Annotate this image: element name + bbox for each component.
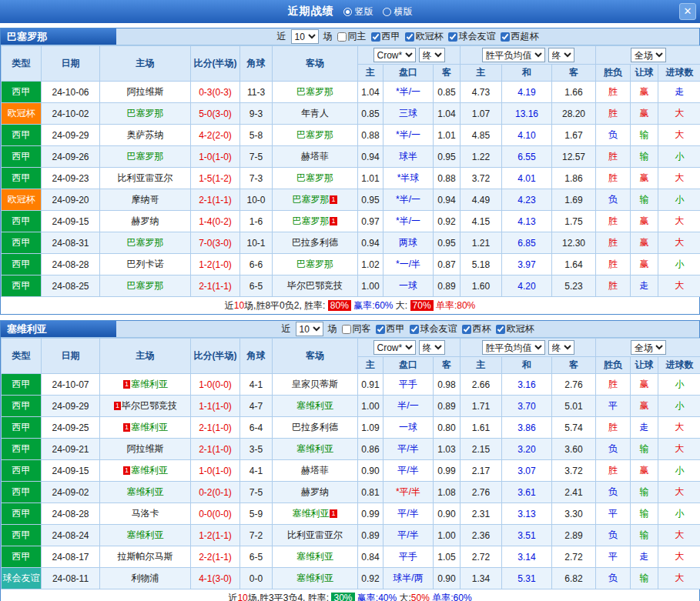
league-badge[interactable]: 西甲 <box>2 396 42 417</box>
league-filter[interactable]: 球会友谊 <box>410 322 457 336</box>
team-name-link[interactable]: 马洛卡 <box>132 508 159 519</box>
league-filter[interactable]: 球会友谊 <box>448 30 496 43</box>
layout-radio-horizontal[interactable]: 横版 <box>383 5 413 18</box>
company-state-select[interactable]: 终 <box>419 340 445 355</box>
league-filter[interactable]: 欧冠杯 <box>405 30 444 43</box>
league-filter[interactable]: 西杯 <box>462 322 491 336</box>
score-link[interactable]: 1-4(0-2) <box>191 211 240 232</box>
team-name-link[interactable]: 塞维利亚 <box>296 573 333 583</box>
score-link[interactable]: 1-2(1-0) <box>191 254 240 275</box>
league-badge[interactable]: 西甲 <box>2 525 42 546</box>
team-name-link[interactable]: 塞维利亚 <box>131 379 168 389</box>
team-name-link[interactable]: 巴塞罗那 <box>296 86 333 97</box>
league-filter-checkbox[interactable] <box>462 325 471 334</box>
team-name-link[interactable]: 巴塞罗那 <box>296 172 333 183</box>
scope-select[interactable]: 全场 <box>631 48 666 62</box>
score-link[interactable]: 1-0(0-0) <box>191 374 240 396</box>
score-link[interactable]: 2-1(1-1) <box>191 275 240 297</box>
league-filter-checkbox[interactable] <box>342 325 351 334</box>
team-name-link[interactable]: 阿拉维斯 <box>127 86 164 97</box>
league-filter[interactable]: 西甲 <box>371 30 400 43</box>
score-link[interactable]: 1-5(1-2) <box>191 168 240 189</box>
team-name-link[interactable]: 赫塔菲 <box>301 151 329 162</box>
league-badge[interactable]: 西甲 <box>2 275 42 297</box>
score-link[interactable]: 1-1(1-0) <box>191 396 240 417</box>
league-filter-checkbox[interactable] <box>337 32 347 42</box>
league-badge[interactable]: 西甲 <box>2 211 42 232</box>
league-badge[interactable]: 西甲 <box>2 125 42 146</box>
team-name-link[interactable]: 巴塞罗那 <box>127 108 164 119</box>
team-name-link[interactable]: 塞维利亚 <box>131 422 168 432</box>
team-name-link[interactable]: 巴塞罗那 <box>292 215 329 226</box>
team-name-link[interactable]: 塞维利亚 <box>296 551 333 562</box>
league-badge[interactable]: 西甲 <box>2 460 42 482</box>
team-name-link[interactable]: 拉斯帕尔马斯 <box>118 551 173 562</box>
score-link[interactable]: 1-0(1-0) <box>191 146 240 168</box>
league-filter[interactable]: 欧冠杯 <box>496 322 534 336</box>
league-badge[interactable]: 西甲 <box>2 439 42 460</box>
team-name-link[interactable]: 巴塞罗那 <box>296 259 333 269</box>
league-filter[interactable]: 同主 <box>337 30 367 43</box>
score-link[interactable]: 0-2(0-1) <box>191 482 240 503</box>
score-link[interactable]: 1-0(1-0) <box>191 460 240 482</box>
score-link[interactable]: 2-1(1-0) <box>191 417 240 439</box>
league-filter-checkbox[interactable] <box>448 32 457 42</box>
company-select[interactable]: Crow* <box>373 340 416 355</box>
league-badge[interactable]: 西甲 <box>2 417 42 439</box>
score-link[interactable]: 5-0(3-0) <box>191 103 240 125</box>
score-link[interactable]: 2-2(1-1) <box>191 546 240 568</box>
team-name-link[interactable]: 摩纳哥 <box>132 194 159 205</box>
league-filter-checkbox[interactable] <box>405 32 414 42</box>
odds-state-select[interactable]: 终 <box>548 340 574 355</box>
score-link[interactable]: 2-1(1-1) <box>191 189 240 211</box>
team-name-link[interactable]: 利物浦 <box>132 573 159 583</box>
score-link[interactable]: 2-1(1-0) <box>191 439 240 460</box>
team-name-link[interactable]: 赫罗纳 <box>301 486 329 497</box>
team-name-link[interactable]: 巴塞罗那 <box>127 280 164 291</box>
league-filter-checkbox[interactable] <box>496 325 505 334</box>
team-name-link[interactable]: 比利亚雷亚尔 <box>287 529 343 540</box>
league-filter[interactable]: 西超杯 <box>501 30 539 43</box>
league-badge[interactable]: 西甲 <box>2 82 42 103</box>
team-name-link[interactable]: 毕尔巴鄂竞技 <box>287 280 343 291</box>
team-name-link[interactable]: 塞维利亚 <box>127 486 164 497</box>
team-name-link[interactable]: 巴列卡诺 <box>127 259 164 269</box>
match-count-select[interactable]: 10 <box>291 29 319 44</box>
odds-type-select[interactable]: 胜平负均值 <box>482 48 545 62</box>
score-link[interactable]: 4-2(2-0) <box>191 125 240 146</box>
league-badge[interactable]: 西甲 <box>2 374 42 396</box>
score-link[interactable]: 0-3(0-3) <box>191 82 240 103</box>
layout-radio-vertical[interactable]: 竖版 <box>343 5 373 18</box>
league-badge[interactable]: 西甲 <box>2 168 42 189</box>
league-badge[interactable]: 西甲 <box>2 482 42 503</box>
team-name-link[interactable]: 塞维利亚 <box>292 508 329 519</box>
team-name-link[interactable]: 皇家贝蒂斯 <box>292 379 338 389</box>
league-filter-checkbox[interactable] <box>371 32 380 42</box>
team-name-link[interactable]: 塞维利亚 <box>127 529 164 540</box>
team-name-link[interactable]: 塞维利亚 <box>296 443 333 454</box>
team-name-link[interactable]: 巴塞罗那 <box>296 129 333 140</box>
team-name-link[interactable]: 巴塞罗那 <box>127 151 164 162</box>
score-link[interactable]: 7-0(3-0) <box>191 232 240 254</box>
league-badge[interactable]: 欧冠杯 <box>2 189 42 211</box>
league-badge[interactable]: 西甲 <box>2 254 42 275</box>
team-name-link[interactable]: 塞维利亚 <box>131 465 168 476</box>
league-filter[interactable]: 西甲 <box>376 322 405 336</box>
score-link[interactable]: 4-1(3-0) <box>191 568 240 589</box>
odds-state-select[interactable]: 终 <box>548 48 574 62</box>
match-count-select[interactable]: 10 <box>296 322 323 336</box>
score-link[interactable]: 1-2(1-1) <box>191 525 240 546</box>
score-link[interactable]: 0-0(0-0) <box>191 503 240 525</box>
team-name-link[interactable]: 奥萨苏纳 <box>127 129 164 140</box>
team-name-link[interactable]: 阿拉维斯 <box>127 443 164 454</box>
league-filter-checkbox[interactable] <box>410 325 419 334</box>
league-filter[interactable]: 同客 <box>342 322 371 336</box>
company-select[interactable]: Crow* <box>373 48 416 62</box>
league-badge[interactable]: 欧冠杯 <box>2 103 42 125</box>
team-name-link[interactable]: 赫塔菲 <box>301 465 329 476</box>
league-filter-checkbox[interactable] <box>501 32 510 42</box>
team-name-link[interactable]: 年青人 <box>301 108 329 119</box>
league-badge[interactable]: 西甲 <box>2 546 42 568</box>
close-button[interactable]: ✕ <box>679 3 696 20</box>
league-badge[interactable]: 西甲 <box>2 232 42 254</box>
